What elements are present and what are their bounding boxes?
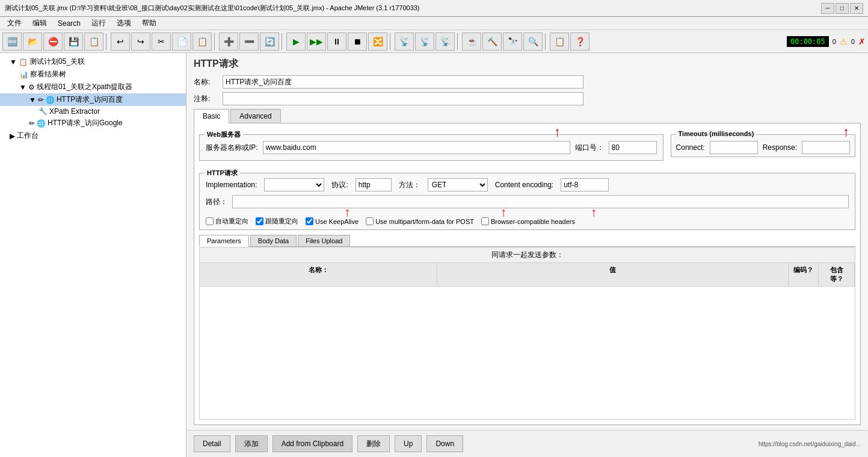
toolbar-cup[interactable]: ☕ — [462, 33, 481, 51]
tab-advanced[interactable]: Advanced — [230, 109, 280, 123]
protocol-input[interactable] — [356, 178, 392, 191]
checkbox-follow-redirect[interactable]: 跟随重定向 — [256, 217, 298, 226]
params-tab-bodydata[interactable]: Body Data — [250, 235, 297, 246]
path-input[interactable] — [232, 195, 849, 208]
tree-node-results[interactable]: 📊 察看结果树 — [0, 68, 186, 81]
port-input[interactable] — [609, 141, 657, 154]
impl-select[interactable] — [264, 178, 324, 191]
menu-run[interactable]: 运行 — [87, 17, 111, 30]
left-panel: ▼ 📋 测试计划05_关联 📊 察看结果树 ▼ ⚙ 线程组01_关联之Xpath… — [0, 53, 186, 457]
toolbar-save[interactable]: 💾 — [64, 33, 83, 51]
tree-node-http1[interactable]: ▼ ✏ 🌐 HTTP请求_访问百度 — [0, 93, 186, 106]
col-header-name: 名称： — [200, 263, 437, 286]
checkboxes-row: 自动重定向 跟随重定向 Use KeepAlive — [206, 217, 849, 226]
comment-input[interactable] — [223, 92, 583, 105]
checkbox-keepalive[interactable]: Use KeepAlive — [306, 217, 359, 225]
results-icon: 📊 — [19, 70, 28, 79]
checkbox-browser-headers[interactable]: Browser-compatible headers — [481, 217, 575, 225]
keepalive-label: Use KeepAlive — [315, 218, 359, 225]
web-server-content: 服务器名称或IP: 端口号： — [206, 141, 657, 154]
server-input[interactable] — [263, 141, 570, 154]
plan-label: 测试计划05_关联 — [29, 57, 85, 67]
down-button[interactable]: Down — [426, 435, 463, 452]
toolbar-play[interactable]: ▶ — [286, 33, 306, 51]
detail-button[interactable]: Detail — [194, 435, 230, 452]
params-tab-parameters[interactable]: Parameters — [199, 235, 249, 247]
toolbar-toggle[interactable]: 🔄 — [260, 33, 279, 51]
maximize-button[interactable]: □ — [836, 3, 849, 14]
menu-help[interactable]: 帮助 — [137, 17, 161, 30]
toolbar-open[interactable]: 📂 — [23, 33, 42, 51]
minimize-button[interactable]: ─ — [821, 3, 834, 14]
tree-node-threadgroup[interactable]: ▼ ⚙ 线程组01_关联之Xpath提取器 — [0, 81, 186, 93]
tree-node-plan[interactable]: ▼ 📋 测试计划05_关联 — [0, 55, 186, 68]
toolbar-stop-red[interactable]: ⛔ — [43, 33, 63, 51]
connect-input[interactable] — [710, 141, 758, 154]
checkbox-browser-headers-input[interactable] — [481, 217, 489, 225]
delete-button[interactable]: 删除 — [357, 435, 390, 452]
menu-search[interactable]: Search — [53, 18, 85, 29]
toolbar-copy[interactable]: 📄 — [172, 33, 191, 51]
params-tab-filesupload[interactable]: Files Upload — [298, 235, 350, 246]
tab-basic-content: Web服务器 服务器名称或IP: 端口号： — [194, 123, 861, 425]
toolbar-collapse[interactable]: ➖ — [239, 33, 259, 51]
toolbar-expand[interactable]: ➕ — [219, 33, 238, 51]
toolbar-remote[interactable]: 📡 — [395, 33, 414, 51]
menu-file[interactable]: 文件 — [2, 17, 26, 30]
toolbar-save2[interactable]: 📋 — [84, 33, 103, 51]
tab-basic[interactable]: Basic — [194, 109, 229, 123]
tree-node-http2[interactable]: ✏ 🌐 HTTP请求_访问Google — [0, 117, 186, 129]
checkbox-auto-redirect[interactable]: 自动重定向 — [206, 217, 248, 226]
checkbox-follow-redirect-input[interactable] — [256, 217, 263, 225]
main-layout: ▼ 📋 测试计划05_关联 📊 察看结果树 ▼ ⚙ 线程组01_关联之Xpath… — [0, 53, 868, 457]
toolbar-play-no-pause[interactable]: ▶▶ — [307, 33, 326, 51]
toolbar-remote3[interactable]: 📡 — [436, 33, 455, 51]
arrow-server: ↓ — [554, 126, 561, 141]
toolbar-new[interactable]: 🆕 — [2, 33, 22, 51]
toolbar-hammer[interactable]: 🔨 — [482, 33, 502, 51]
port-label: 端口号： — [575, 143, 604, 153]
comment-row: 注释: — [194, 92, 861, 105]
close-button[interactable]: ✕ — [850, 3, 863, 14]
toolbar-paste[interactable]: 📋 — [192, 33, 212, 51]
toolbar-remote2[interactable]: 📡 — [415, 33, 434, 51]
toolbar-clear[interactable]: 🔀 — [368, 33, 387, 51]
toolbar-redo[interactable]: ↪ — [131, 33, 150, 51]
web-server-section: Web服务器 服务器名称或IP: 端口号： — [199, 134, 663, 161]
toolbar-search[interactable]: 🔍 — [523, 33, 543, 51]
up-button[interactable]: Up — [395, 435, 422, 452]
add-button[interactable]: 添加 — [235, 435, 268, 452]
checkbox-keepalive-input[interactable] — [306, 217, 313, 225]
panel-title: HTTP请求 — [194, 58, 861, 70]
toolbar-cut[interactable]: ✂ — [152, 33, 171, 51]
toolbar-list[interactable]: 📋 — [550, 33, 569, 51]
toolbar-sep4 — [390, 33, 392, 50]
checkbox-multipart[interactable]: Use multipart/form-data for POST — [366, 217, 474, 225]
method-select[interactable]: GET POST PUT DELETE — [428, 178, 488, 191]
http1-icon: 🌐 — [46, 96, 55, 104]
impl-label: Implementation: — [206, 181, 257, 189]
toolbar-binoculars[interactable]: 🔭 — [503, 33, 522, 51]
server-row: 服务器名称或IP: 端口号： — [206, 141, 657, 154]
name-input[interactable] — [223, 75, 583, 89]
checkbox-auto-redirect-input[interactable] — [206, 217, 214, 225]
tree-node-xpath[interactable]: 🔧 XPath Extractor — [0, 106, 186, 117]
tree-node-workbench[interactable]: ▶ 工作台 — [0, 129, 186, 142]
toolbar-stop[interactable]: ⏹ — [348, 33, 367, 51]
encoding-input[interactable] — [561, 178, 609, 191]
menu-options[interactable]: 选项 — [112, 17, 136, 30]
toolbar-undo[interactable]: ↩ — [111, 33, 130, 51]
clipboard-button[interactable]: Add from Clipboard — [272, 435, 352, 452]
response-input[interactable] — [802, 141, 850, 154]
timeouts-section: Timeouts (milliseconds) Connect: Respons… — [671, 134, 855, 157]
toolbar: 🆕 📂 ⛔ 💾 📋 ↩ ↪ ✂ 📄 📋 ➕ ➖ 🔄 ▶ ▶▶ ⏸ ⏹ 🔀 📡 📡… — [0, 30, 868, 53]
arrow-path3: ↑ — [591, 205, 597, 219]
encoding-label: Content encoding: — [495, 181, 553, 189]
checkbox-multipart-input[interactable] — [366, 217, 374, 225]
toolbar-pause[interactable]: ⏸ — [327, 33, 346, 51]
toolbar-help[interactable]: ❓ — [570, 33, 589, 51]
table-body — [200, 287, 855, 419]
menu-edit[interactable]: 编辑 — [28, 17, 52, 30]
timeouts-row: Connect: Response: — [676, 141, 850, 154]
protocol-label: 协议: — [331, 180, 348, 190]
